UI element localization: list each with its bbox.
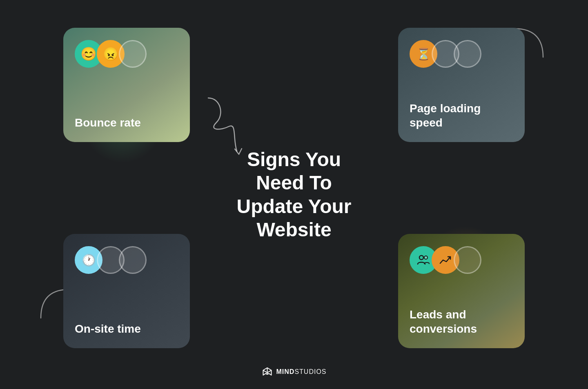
leads-card: Leads and conversions (398, 234, 525, 348)
empty-circle-6 (454, 246, 481, 274)
speed-icon-row: ⏳ (410, 40, 513, 68)
logo-text: MINDSTUDIOS (276, 368, 326, 376)
page-speed-card: ⏳ Page loading speed (398, 28, 525, 142)
main-canvas: Signs You Need To Update Your Website 😊 … (0, 0, 588, 389)
onsite-icon-row: 🕐 (75, 246, 178, 274)
onsite-time-card: 🕐 On-site time (63, 234, 190, 348)
main-heading: Signs You Need To Update Your Website (220, 147, 368, 241)
page-speed-label: Page loading speed (410, 101, 513, 130)
svg-point-1 (424, 256, 428, 259)
mindstudios-logo: MINDSTUDIOS (261, 366, 326, 378)
onsite-time-label: On-site time (75, 322, 178, 336)
hourglass-icon: ⏳ (416, 47, 431, 61)
logo-mind: MIND (276, 368, 294, 375)
logo-studios: STUDIOS (294, 368, 326, 375)
empty-circle-1 (119, 40, 147, 68)
clock-icon: 🕐 (82, 253, 96, 267)
angry-emoji-icon: 😠 (102, 46, 119, 62)
empty-circle-5 (119, 246, 147, 274)
chart-icon (438, 253, 453, 267)
leads-label: Leads and conversions (410, 307, 513, 336)
logo-icon (261, 366, 273, 378)
leads-icon-row (410, 246, 513, 274)
svg-point-0 (419, 256, 423, 260)
persons-icon (416, 253, 431, 267)
bounce-rate-card: 😊 😠 Bounce rate (63, 28, 190, 142)
bounce-icon-row: 😊 😠 (75, 40, 178, 68)
happy-emoji-icon: 😊 (80, 46, 97, 62)
empty-circle-3 (454, 40, 481, 68)
bounce-rate-label: Bounce rate (75, 116, 178, 130)
heading-text: Signs You Need To Update Your Website (237, 148, 352, 240)
